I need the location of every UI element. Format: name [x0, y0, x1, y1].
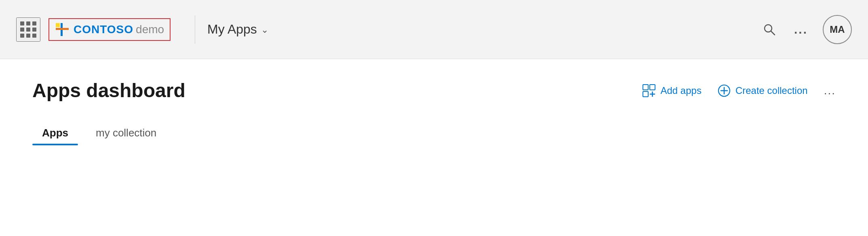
logo-demo-text: demo — [136, 23, 164, 36]
nav-title-text: My Apps — [207, 22, 257, 37]
contoso-logo-icon — [55, 22, 70, 37]
page-title: Apps dashboard — [32, 79, 185, 102]
more-dots-icon: ... — [794, 23, 808, 36]
header-divider — [195, 15, 195, 44]
tab-apps-label: Apps — [42, 127, 68, 139]
add-apps-icon — [643, 84, 655, 97]
waffle-menu-button[interactable] — [16, 17, 40, 42]
add-apps-button[interactable]: Add apps — [643, 84, 701, 97]
nav-title-button[interactable]: My Apps ⌄ — [207, 22, 268, 37]
create-collection-icon — [718, 84, 731, 97]
more-options-button[interactable]: ... — [791, 20, 811, 39]
waffle-grid-icon — [20, 21, 36, 38]
header-actions: ... MA — [760, 15, 852, 44]
svg-rect-7 — [643, 91, 648, 97]
svg-rect-6 — [650, 85, 655, 90]
create-collection-label: Create collection — [735, 85, 808, 96]
avatar-initials: MA — [830, 24, 845, 35]
search-icon — [763, 23, 776, 36]
svg-rect-2 — [56, 23, 60, 27]
page-actions: Add apps Create collection ... — [643, 84, 836, 97]
logo-contoso-text: CONTOSO — [74, 23, 133, 36]
svg-rect-1 — [56, 28, 69, 30]
svg-line-4 — [771, 31, 775, 35]
search-button[interactable] — [760, 20, 779, 39]
app-header: CONTOSO demo My Apps ⌄ ... MA — [0, 0, 868, 59]
tabs-nav: Apps my collection — [32, 122, 836, 145]
tab-my-collection[interactable]: my collection — [86, 122, 166, 145]
tab-apps[interactable]: Apps — [32, 122, 78, 145]
page-header-row: Apps dashboard Add apps — [32, 79, 836, 102]
create-collection-button[interactable]: Create collection — [718, 84, 808, 97]
add-apps-label: Add apps — [660, 85, 701, 96]
svg-rect-5 — [643, 85, 648, 90]
logo-container[interactable]: CONTOSO demo — [48, 18, 171, 41]
nav-chevron-icon: ⌄ — [261, 25, 268, 35]
main-content: Apps dashboard Add apps — [0, 59, 868, 236]
page-more-dots-icon: ... — [824, 84, 836, 97]
tab-my-collection-label: my collection — [96, 127, 156, 139]
page-more-options-button[interactable]: ... — [824, 84, 836, 97]
user-avatar[interactable]: MA — [823, 15, 852, 44]
